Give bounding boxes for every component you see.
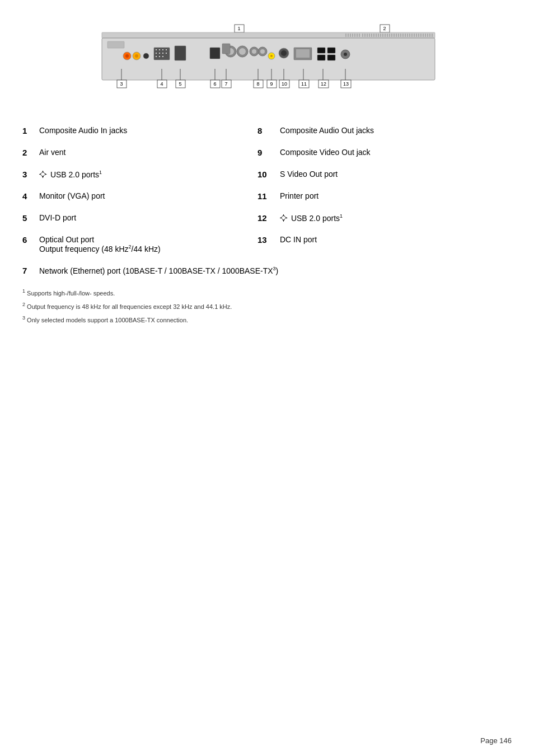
svg-text:5: 5 (179, 81, 181, 87)
entry-row-3-10: 3 ⯎ USB 2.0 ports1 10 S Video Out port (22, 170, 512, 179)
labels-area: 1 Composite Audio In jacks 8 Composite A… (22, 126, 512, 275)
footnote-2: 2 Output frequency is 48 kHz for all fre… (22, 301, 512, 311)
entry-num-3: 3 (22, 170, 39, 179)
entry-label-11: Printer port (280, 191, 512, 200)
svg-text:8: 8 (256, 81, 259, 87)
svg-rect-19 (373, 34, 374, 37)
entry-num-10: 10 (257, 170, 280, 179)
svg-rect-36 (411, 34, 413, 37)
entry-row-6-13: 6 Optical Out port Output frequency (48 … (22, 235, 512, 253)
entry-label-13: DC IN port (280, 235, 512, 244)
svg-point-54 (156, 49, 157, 50)
svg-point-57 (166, 49, 167, 50)
svg-rect-40 (420, 34, 421, 37)
svg-text:11: 11 (301, 81, 307, 87)
svg-text:1: 1 (237, 26, 240, 31)
entry-label-5: DVI-D port (39, 213, 257, 222)
entry-num-1: 1 (22, 126, 39, 135)
svg-rect-26 (389, 34, 390, 37)
svg-point-62 (156, 56, 157, 57)
svg-rect-27 (391, 34, 392, 37)
svg-rect-10 (352, 34, 353, 37)
svg-point-56 (162, 49, 163, 50)
svg-rect-21 (378, 34, 379, 37)
svg-point-52 (143, 53, 149, 59)
svg-rect-38 (416, 34, 417, 37)
svg-rect-23 (382, 34, 383, 37)
svg-rect-44 (429, 34, 430, 37)
svg-rect-13 (359, 34, 360, 37)
entry-num-6: 6 (22, 235, 39, 245)
entry-row-4-11: 4 Monitor (VGA) port 11 Printer port (22, 191, 512, 201)
svg-text:3: 3 (120, 81, 123, 87)
svg-text:7: 7 (224, 81, 227, 87)
svg-rect-34 (407, 34, 408, 37)
entry-num-8: 8 (257, 126, 280, 135)
svg-point-69 (239, 48, 246, 55)
svg-rect-47 (107, 41, 124, 48)
entry-row-5-12: 5 DVI-D port 12 ⯎ USB 2.0 ports1 (22, 213, 512, 223)
svg-point-51 (135, 54, 138, 58)
svg-rect-41 (423, 34, 424, 37)
entry-num-13: 13 (257, 235, 280, 245)
svg-rect-30 (398, 34, 399, 37)
entry-label-7: Network (Ethernet) port (10BASE-T / 100B… (39, 266, 512, 275)
svg-rect-37 (414, 34, 415, 37)
svg-rect-31 (400, 34, 401, 37)
svg-rect-83 (317, 55, 325, 60)
entry-num-7: 7 (22, 266, 39, 275)
svg-rect-20 (376, 34, 377, 37)
entry-num-4: 4 (22, 191, 39, 201)
svg-point-64 (162, 56, 163, 57)
entry-row-1-8: 1 Composite Audio In jacks 8 Composite A… (22, 126, 512, 135)
svg-point-79 (281, 50, 287, 56)
svg-rect-9 (350, 34, 351, 37)
svg-point-77 (270, 55, 273, 57)
footnotes: 1 Supports high-/full-/low- speeds. 2 Ou… (22, 288, 512, 325)
svg-rect-29 (396, 34, 397, 37)
svg-rect-84 (327, 48, 335, 53)
svg-rect-35 (409, 34, 410, 37)
svg-point-87 (344, 53, 347, 56)
page-container: 1 2 (0, 0, 534, 361)
page-number: Page 146 (480, 736, 512, 745)
svg-point-55 (159, 49, 160, 50)
entry-label-10: S Video Out port (280, 170, 512, 179)
svg-point-73 (252, 49, 256, 54)
entry-label-2: Air vent (39, 148, 257, 157)
svg-text:6: 6 (213, 81, 216, 87)
svg-rect-11 (354, 34, 355, 37)
svg-point-58 (156, 53, 157, 54)
svg-rect-14 (362, 34, 363, 37)
svg-text:9: 9 (270, 81, 273, 87)
entry-label-6: Optical Out port Output frequency (48 kH… (39, 235, 257, 253)
svg-rect-42 (425, 34, 426, 37)
entry-row-2-9: 2 Air vent 9 Composite Video Out jack (22, 148, 512, 157)
svg-rect-18 (371, 34, 372, 37)
svg-rect-7 (345, 34, 346, 37)
svg-rect-81 (296, 49, 310, 58)
entry-label-9: Composite Video Out jack (280, 148, 512, 157)
svg-rect-43 (427, 34, 428, 37)
svg-rect-32 (402, 34, 404, 37)
svg-rect-17 (369, 34, 370, 37)
svg-point-63 (159, 56, 160, 57)
svg-rect-16 (367, 34, 368, 37)
svg-rect-12 (357, 34, 358, 37)
svg-rect-8 (348, 34, 349, 37)
diagram-wrapper: 1 2 (65, 17, 469, 120)
entry-row-7: 7 Network (Ethernet) port (10BASE-T / 10… (22, 266, 512, 275)
svg-rect-85 (327, 55, 335, 60)
entry-label-12: ⯎ USB 2.0 ports1 (280, 213, 512, 223)
svg-rect-65 (175, 46, 186, 60)
svg-rect-46 (102, 38, 435, 80)
svg-rect-39 (418, 34, 419, 37)
entry-num-5: 5 (22, 213, 39, 223)
svg-point-60 (162, 53, 163, 54)
svg-rect-70 (210, 48, 220, 59)
entry-num-11: 11 (257, 191, 280, 201)
svg-text:13: 13 (343, 81, 349, 87)
svg-rect-22 (380, 34, 381, 37)
entry-label-1: Composite Audio In jacks (39, 126, 257, 135)
entry-num-2: 2 (22, 148, 39, 157)
